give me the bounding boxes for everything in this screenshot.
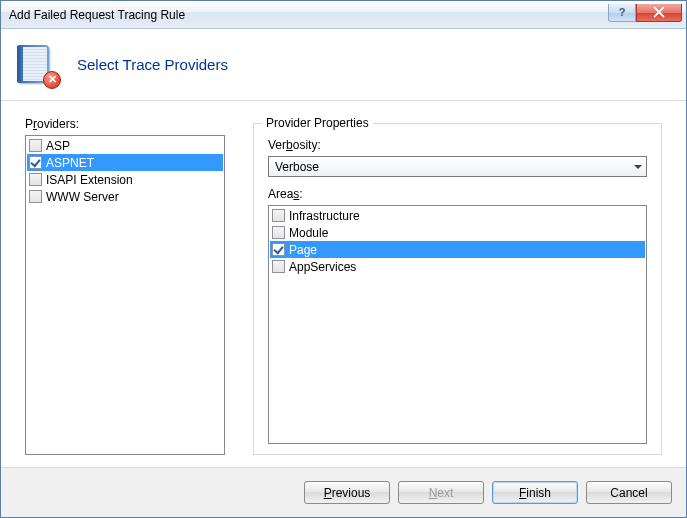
provider-item-label: WWW Server xyxy=(46,190,119,204)
area-checkbox[interactable] xyxy=(272,243,285,256)
provider-item-label: ASP xyxy=(46,139,70,153)
area-item[interactable]: Page xyxy=(270,241,645,258)
provider-item-label: ASPNET xyxy=(46,156,94,170)
provider-item[interactable]: ASPNET xyxy=(27,154,223,171)
titlebar: Add Failed Request Tracing Rule ? xyxy=(1,1,686,29)
wizard-icon: ✕ xyxy=(17,45,57,85)
page-title: Select Trace Providers xyxy=(77,56,228,73)
providers-column: Providers: ASPASPNETISAPI ExtensionWWW S… xyxy=(25,117,225,455)
chevron-down-icon xyxy=(634,165,642,169)
titlebar-buttons: ? xyxy=(608,5,682,25)
finish-button[interactable]: Finish xyxy=(492,481,578,504)
area-checkbox[interactable] xyxy=(272,260,285,273)
area-checkbox[interactable] xyxy=(272,226,285,239)
dialog-window: Add Failed Request Tracing Rule ? ✕ Sele… xyxy=(0,0,687,518)
providers-listbox[interactable]: ASPASPNETISAPI ExtensionWWW Server xyxy=(25,135,225,455)
help-button[interactable]: ? xyxy=(608,4,636,22)
provider-checkbox[interactable] xyxy=(29,173,42,186)
wizard-footer: Previous Next Finish Cancel xyxy=(1,467,686,517)
provider-checkbox[interactable] xyxy=(29,139,42,152)
areas-label: Areas: xyxy=(268,187,647,201)
verbosity-select[interactable]: Verbose xyxy=(268,156,647,177)
verbosity-value: Verbose xyxy=(275,160,319,174)
provider-properties-group: Provider Properties Verbosity: Verbose A… xyxy=(253,123,662,455)
close-icon xyxy=(653,6,665,18)
next-button: Next xyxy=(398,481,484,504)
area-item-label: Infrastructure xyxy=(289,209,360,223)
verbosity-field: Verbosity: Verbose xyxy=(268,138,647,177)
area-checkbox[interactable] xyxy=(272,209,285,222)
provider-item[interactable]: ISAPI Extension xyxy=(27,171,223,188)
area-item-label: AppServices xyxy=(289,260,356,274)
areas-listbox[interactable]: InfrastructureModulePageAppServices xyxy=(268,205,647,444)
provider-checkbox[interactable] xyxy=(29,156,42,169)
properties-column: Provider Properties Verbosity: Verbose A… xyxy=(253,117,662,455)
error-badge-icon: ✕ xyxy=(43,71,61,89)
verbosity-label: Verbosity: xyxy=(268,138,647,152)
wizard-body: Providers: ASPASPNETISAPI ExtensionWWW S… xyxy=(1,101,686,467)
group-title: Provider Properties xyxy=(262,116,373,130)
cancel-button[interactable]: Cancel xyxy=(586,481,672,504)
provider-checkbox[interactable] xyxy=(29,190,42,203)
area-item[interactable]: Module xyxy=(270,224,645,241)
providers-label: Providers: xyxy=(25,117,225,131)
wizard-header: ✕ Select Trace Providers xyxy=(1,29,686,101)
area-item[interactable]: AppServices xyxy=(270,258,645,275)
provider-item[interactable]: WWW Server xyxy=(27,188,223,205)
area-item-label: Module xyxy=(289,226,328,240)
provider-item-label: ISAPI Extension xyxy=(46,173,133,187)
close-button[interactable] xyxy=(636,4,682,22)
previous-button[interactable]: Previous xyxy=(304,481,390,504)
area-item[interactable]: Infrastructure xyxy=(270,207,645,224)
window-title: Add Failed Request Tracing Rule xyxy=(9,8,608,22)
area-item-label: Page xyxy=(289,243,317,257)
provider-item[interactable]: ASP xyxy=(27,137,223,154)
